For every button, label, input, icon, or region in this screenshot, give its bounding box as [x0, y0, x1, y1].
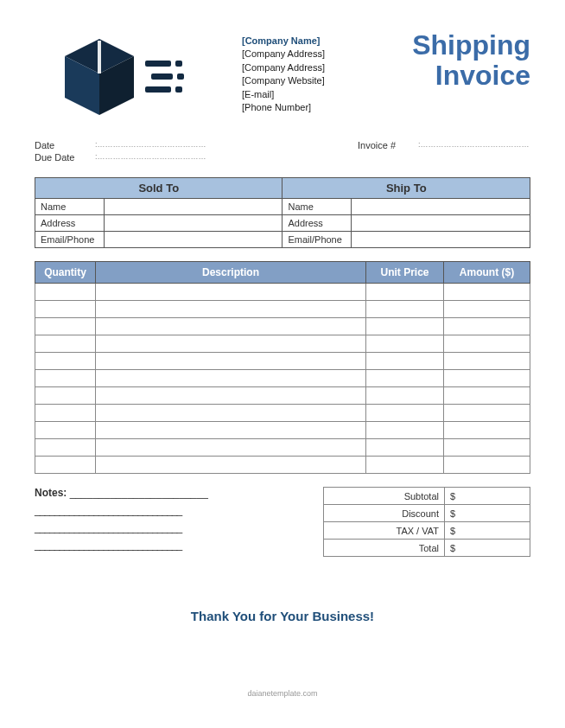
ship-to-contact-value[interactable] [352, 232, 530, 248]
document-title: Shipping Invoice [371, 26, 530, 91]
notes-label: Notes: [35, 487, 67, 499]
svg-rect-7 [177, 73, 184, 80]
company-email: [E-mail] [242, 88, 371, 101]
notes-line: ______________________________ [35, 539, 297, 551]
ship-to-address-label: Address [282, 215, 352, 232]
notes-section[interactable]: Notes: ________________________ ________… [35, 487, 323, 557]
company-name: [Company Name] [242, 35, 371, 48]
total-label: Total [324, 540, 445, 557]
sold-to-contact-label: Email/Phone [35, 232, 105, 248]
discount-label: Discount [324, 505, 445, 522]
svg-rect-8 [145, 86, 171, 93]
item-row[interactable] [35, 439, 530, 457]
due-date-label: Due Date [35, 152, 95, 163]
company-website: [Company Website] [242, 74, 371, 87]
tax-value[interactable]: $ [445, 522, 530, 540]
shipping-box-icon [35, 26, 242, 123]
col-amount-header: Amount ($) [444, 262, 530, 284]
ship-to-name-value[interactable] [352, 199, 530, 215]
sold-to-name-value[interactable] [104, 199, 282, 215]
company-phone: [Phone Number] [242, 101, 371, 114]
sold-to-contact-value[interactable] [104, 232, 282, 248]
sold-to-address-value[interactable] [104, 215, 282, 232]
item-row[interactable] [35, 284, 530, 301]
company-address1: [Company Address] [242, 48, 371, 61]
company-info: [Company Name] [Company Address] [Compan… [242, 26, 371, 114]
item-row[interactable] [35, 387, 530, 405]
svg-rect-5 [175, 61, 182, 67]
svg-rect-4 [145, 61, 171, 67]
notes-line: ______________________________ [35, 504, 297, 516]
title-line1: Shipping [371, 30, 530, 61]
sold-to-header: Sold To [35, 178, 282, 199]
invoice-number-value[interactable]: :…………………………………… [418, 140, 530, 150]
item-row[interactable] [35, 370, 530, 387]
col-description-header: Description [96, 262, 366, 284]
col-unit-price-header: Unit Price [366, 262, 444, 284]
invoice-number-label: Invoice # [358, 140, 418, 150]
item-row[interactable] [35, 405, 530, 422]
ship-to-address-value[interactable] [352, 215, 530, 232]
svg-rect-9 [175, 86, 182, 93]
item-row[interactable] [35, 422, 530, 439]
item-row[interactable] [35, 457, 530, 474]
tax-label: TAX / VAT [324, 522, 445, 540]
total-value[interactable]: $ [445, 540, 530, 557]
ship-to-name-label: Name [282, 199, 352, 215]
totals-table: Subtotal $ Discount $ TAX / VAT $ Total … [323, 487, 530, 557]
due-date-value[interactable]: :…………………………………… [95, 152, 358, 163]
date-value[interactable]: :…………………………………… [95, 140, 358, 150]
item-row[interactable] [35, 301, 530, 318]
sold-to-address-label: Address [35, 215, 105, 232]
thank-you-message: Thank You for Your Business! [35, 609, 530, 623]
sold-to-name-label: Name [35, 199, 105, 215]
discount-value[interactable]: $ [445, 505, 530, 522]
item-row[interactable] [35, 335, 530, 353]
item-row[interactable] [35, 318, 530, 335]
item-row[interactable] [35, 353, 530, 370]
party-table: Sold To Ship To Name Name Address Addres… [35, 177, 530, 248]
watermark: daianetemplate.com [0, 689, 565, 698]
svg-rect-6 [151, 73, 173, 80]
title-line2: Invoice [371, 61, 530, 91]
notes-line: ________________________ [70, 487, 208, 499]
ship-to-header: Ship To [282, 178, 530, 199]
subtotal-label: Subtotal [324, 488, 445, 505]
notes-line: ______________________________ [35, 521, 297, 533]
date-label: Date [35, 140, 95, 150]
items-table: Quantity Description Unit Price Amount (… [35, 261, 530, 474]
subtotal-value[interactable]: $ [445, 488, 530, 505]
company-address2: [Company Address] [242, 61, 371, 74]
svg-marker-3 [98, 41, 101, 73]
ship-to-contact-label: Email/Phone [282, 232, 352, 248]
col-quantity-header: Quantity [35, 262, 96, 284]
